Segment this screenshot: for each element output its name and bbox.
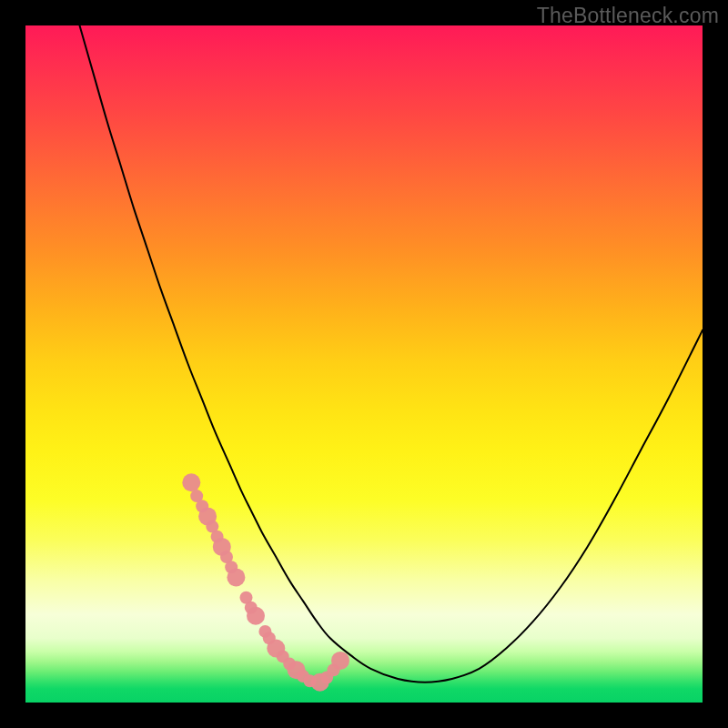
plot-area	[25, 25, 703, 703]
marker-dot	[227, 568, 245, 586]
chart-frame: TheBottleneck.com	[0, 0, 728, 728]
curve-layer	[25, 25, 703, 703]
bottleneck-curve	[80, 25, 703, 682]
watermark-text: TheBottleneck.com	[537, 4, 719, 28]
marker-dot	[247, 607, 265, 625]
marker-dot	[182, 473, 200, 491]
marker-group	[182, 473, 349, 692]
marker-dot	[331, 652, 349, 670]
